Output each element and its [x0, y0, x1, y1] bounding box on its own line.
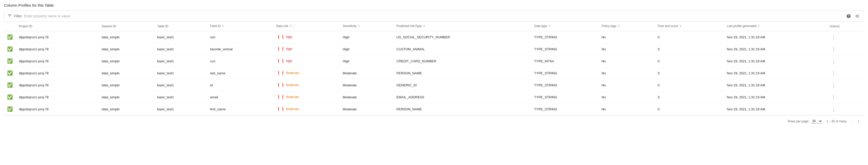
table-id-cell: basic_test1 [154, 55, 207, 67]
dataset-id-cell: data_simple [98, 55, 154, 67]
data-type-cell: TYPE_STRING [531, 91, 598, 103]
table-header: Project ID Dataset ID Table ID Field ID … [4, 22, 864, 31]
risk-level-icon: ❗❗ [276, 107, 285, 111]
data-risk-cell: ❗❗ Moderate [273, 79, 340, 91]
predicted-help-icon[interactable]: ? [423, 24, 425, 28]
status-ok-icon: ✅ [7, 34, 13, 39]
free-text-score-cell: 0 [655, 55, 724, 67]
risk-level-icon: ❗❗ [276, 59, 285, 63]
actions-cell: ⋮ [827, 67, 864, 79]
actions-cell: ⋮ [827, 43, 864, 55]
data-risk-badge: ❗❗ High [276, 59, 292, 63]
status-ok-icon: ✅ [7, 107, 13, 112]
filter-input[interactable] [24, 14, 845, 18]
project-id-cell: dlppsbqrun1-proj-78 [16, 103, 98, 115]
table-footer: Rows per page: 10203050100 1 – 30 of man… [4, 115, 864, 127]
actions-cell: ⋮ [827, 103, 864, 115]
filter-icon [7, 13, 12, 19]
data-risk-badge: ❗❗ High [276, 47, 292, 51]
dataset-id-cell: data_simple [98, 43, 154, 55]
col-project-id: Project ID [16, 22, 98, 31]
risk-level-icon: ❗❗ [276, 71, 285, 75]
row-actions-button[interactable]: ⋮ [830, 57, 838, 65]
last-profile-cell: Nov 29, 2021, 1:31:19 AM [724, 31, 827, 43]
data-risk-badge: ❗❗ Moderate [276, 95, 299, 99]
policy-tags-cell: No [598, 31, 655, 43]
row-actions-button[interactable]: ⋮ [830, 33, 838, 40]
policy-tags-cell: No [598, 55, 655, 67]
data-risk-help-icon[interactable]: ? [289, 24, 291, 28]
last-profile-cell: Nov 29, 2021, 1:31:19 AM [724, 43, 827, 55]
predicted-info-type-cell: CREDIT_CARD_NUMBER [394, 55, 531, 67]
risk-level-icon: ❗❗ [276, 47, 285, 51]
data-risk-cell: ❗❗ High [273, 43, 340, 55]
field-id-help-icon[interactable]: ? [222, 24, 224, 28]
sensitivity-cell: High [340, 43, 394, 55]
free-text-score-cell: 0 [655, 79, 724, 91]
policy-tags-help-icon[interactable]: ? [618, 24, 620, 28]
row-actions-button[interactable]: ⋮ [830, 81, 838, 89]
predicted-info-type-cell: GENERIC_ID [394, 79, 531, 91]
sensitivity-cell: Moderate [340, 67, 394, 79]
table-row: ✅ dlppsbqrun1-proj-78 data_simple basic_… [4, 103, 864, 115]
filter-toolbar: Filter [4, 10, 864, 22]
row-actions-button[interactable]: ⋮ [830, 70, 838, 77]
data-type-cell: TYPE_INT64 [531, 55, 598, 67]
free-text-score-cell: 0 [655, 91, 724, 103]
filter-label: Filter [14, 14, 22, 18]
last-profile-help-icon[interactable]: ? [758, 24, 760, 28]
actions-cell: ⋮ [827, 31, 864, 43]
project-id-cell: dlppsbqrun1-proj-78 [16, 31, 98, 43]
actions-cell: ⋮ [827, 55, 864, 67]
status-cell: ✅ [4, 91, 16, 103]
col-dataset-id: Dataset ID [98, 22, 154, 31]
rows-per-page-select[interactable]: 10203050100 [811, 119, 822, 123]
columns-button[interactable] [854, 13, 861, 20]
field-id-cell: ssn [207, 31, 273, 43]
header-row: Project ID Dataset ID Table ID Field ID … [4, 22, 864, 31]
predicted-info-type-cell: CUSTOM_ANIMAL [394, 43, 531, 55]
table-id-cell: basic_test1 [154, 43, 207, 55]
free-text-help-icon[interactable]: ? [679, 24, 681, 28]
last-profile-cell: Nov 29, 2021, 1:31:19 AM [724, 67, 827, 79]
table-row: ✅ dlppsbqrun1-proj-78 data_simple basic_… [4, 55, 864, 67]
project-id-cell: dlppsbqrun1-proj-78 [16, 79, 98, 91]
sensitivity-help-icon[interactable]: ? [358, 24, 360, 28]
sensitivity-cell: Moderate [340, 79, 394, 91]
predicted-info-type-cell: US_SOCIAL_SECURITY_NUMBER [394, 31, 531, 43]
data-risk-cell: ❗❗ High [273, 31, 340, 43]
predicted-info-type-cell: PERSON_NAME [394, 67, 531, 79]
table-id-cell: basic_test1 [154, 67, 207, 79]
data-table: Project ID Dataset ID Table ID Field ID … [4, 22, 864, 115]
field-id-cell: email [207, 91, 273, 103]
row-actions-button[interactable]: ⋮ [830, 93, 838, 101]
data-risk-badge: ❗❗ Moderate [276, 83, 299, 87]
data-risk-badge: ❗❗ Moderate [276, 107, 299, 111]
sensitivity-cell: Moderate [340, 103, 394, 115]
col-field-id: Field ID ? [207, 22, 273, 31]
dataset-id-cell: data_simple [98, 67, 154, 79]
data-risk-badge: ❗❗ High [276, 35, 292, 39]
table-id-cell: basic_test1 [154, 79, 207, 91]
row-actions-button[interactable]: ⋮ [830, 106, 838, 113]
col-status [4, 22, 16, 31]
col-last-profile: Last profile generated ? [724, 22, 827, 31]
table-row: ✅ dlppsbqrun1-proj-78 data_simple basic_… [4, 79, 864, 91]
next-page-button[interactable]: › [856, 118, 861, 125]
page-container: Column Profiles for this Table Filter Pr… [0, 0, 868, 130]
policy-tags-cell: No [598, 67, 655, 79]
project-id-cell: dlppsbqrun1-proj-78 [16, 55, 98, 67]
col-data-type: Data type ? [531, 22, 598, 31]
table-row: ✅ dlppsbqrun1-proj-78 data_simple basic_… [4, 43, 864, 55]
status-cell: ✅ [4, 103, 16, 115]
dataset-id-cell: data_simple [98, 31, 154, 43]
row-actions-button[interactable]: ⋮ [830, 46, 838, 53]
field-id-cell: first_name [207, 103, 273, 115]
policy-tags-cell: No [598, 79, 655, 91]
data-type-help-icon[interactable]: ? [549, 24, 551, 28]
help-button[interactable] [845, 13, 852, 20]
data-risk-sort-icon[interactable]: ↓ [293, 24, 295, 28]
prev-page-button[interactable]: ‹ [851, 118, 855, 125]
last-profile-cell: Nov 29, 2021, 1:31:19 AM [724, 55, 827, 67]
free-text-score-cell: 0 [655, 103, 724, 115]
